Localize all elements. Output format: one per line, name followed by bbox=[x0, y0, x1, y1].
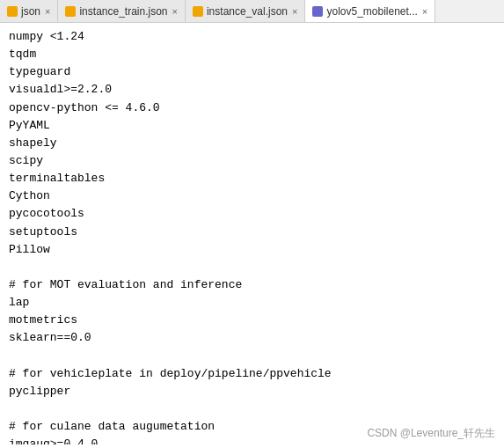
code-line-14: # for MOT evaluation and inference bbox=[9, 276, 495, 294]
code-line-12: Pillow bbox=[9, 241, 495, 259]
code-line-16: motmetrics bbox=[9, 312, 495, 329]
tab-close-instance-train[interactable]: × bbox=[172, 6, 178, 17]
code-line-20: pyclipper bbox=[9, 383, 495, 400]
code-line-6: shapely bbox=[9, 135, 495, 152]
editor-container: json × instance_train.json × instance_va… bbox=[0, 0, 504, 448]
tab-icon-yolov5 bbox=[312, 6, 323, 17]
tab-label-yolov5: yolov5_mobilenet... bbox=[326, 5, 417, 18]
code-line-7: scipy bbox=[9, 152, 495, 170]
code-line-21 bbox=[9, 400, 495, 418]
tab-instance-train[interactable]: instance_train.json × bbox=[58, 0, 186, 22]
tab-close-json[interactable]: × bbox=[45, 6, 50, 17]
code-line-19: # for vehicleplate in deploy/pipeline/pp… bbox=[9, 365, 495, 383]
code-line-15: lap bbox=[9, 294, 495, 312]
code-line-4: opencv-python <= 4.6.0 bbox=[9, 99, 495, 117]
code-line-17: sklearn==0.0 bbox=[9, 329, 495, 347]
code-line-2: typeguard bbox=[9, 63, 495, 81]
tab-json[interactable]: json × bbox=[0, 0, 58, 22]
code-line-9: Cython bbox=[9, 187, 495, 205]
code-editor[interactable]: numpy <1.24tqdmtypeguardvisualdl>=2.2.0o… bbox=[0, 23, 504, 444]
code-line-11: setuptools bbox=[9, 224, 495, 241]
tab-label-json: json bbox=[21, 5, 40, 18]
code-line-10: pycocotools bbox=[9, 205, 495, 223]
code-line-0: numpy <1.24 bbox=[9, 28, 495, 46]
tab-bar: json × instance_train.json × instance_va… bbox=[0, 0, 504, 23]
code-line-5: PyYAML bbox=[9, 117, 495, 135]
tab-yolov5[interactable]: yolov5_mobilenet... × bbox=[305, 0, 435, 23]
code-line-18 bbox=[9, 348, 495, 365]
tab-label-instance-train: instance_train.json bbox=[79, 5, 167, 18]
tab-close-yolov5[interactable]: × bbox=[422, 6, 427, 17]
code-line-1: tqdm bbox=[9, 46, 495, 63]
tab-icon-json bbox=[7, 6, 18, 17]
tab-icon-instance-val bbox=[193, 6, 203, 17]
code-line-8: terminaltables bbox=[9, 170, 495, 187]
code-line-13 bbox=[9, 259, 495, 276]
footer: CSDN @Leventure_轩先生 bbox=[0, 444, 504, 448]
tab-instance-val[interactable]: instance_val.json × bbox=[186, 0, 306, 22]
tab-close-instance-val[interactable]: × bbox=[292, 6, 297, 17]
tab-label-instance-val: instance_val.json bbox=[207, 5, 288, 18]
code-line-3: visualdl>=2.2.0 bbox=[9, 81, 495, 99]
watermark-text: CSDN @Leventure_轩先生 bbox=[367, 426, 495, 441]
tab-icon-instance-train bbox=[65, 6, 76, 17]
